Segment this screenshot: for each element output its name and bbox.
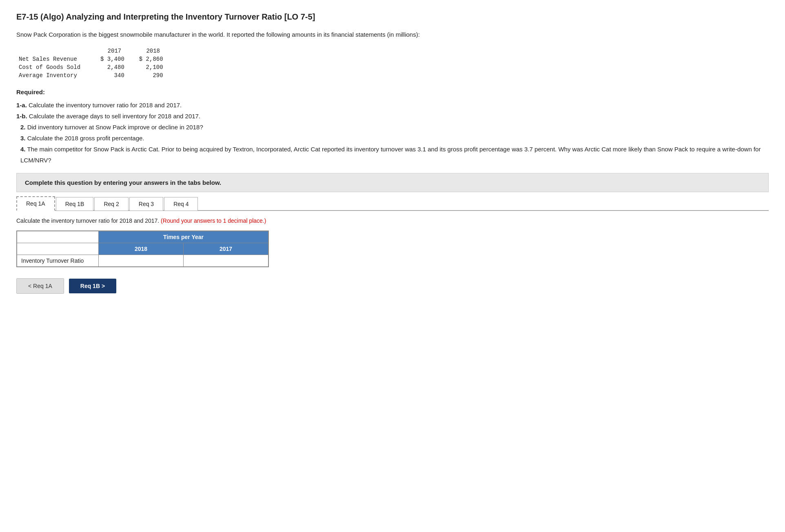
tab-req3[interactable]: Req 3 — [129, 197, 163, 211]
instruction-plain: Calculate the inventory turnover ratio f… — [16, 217, 161, 224]
tab-req3-label: Req 3 — [139, 201, 154, 207]
page-title: E7-15 (Algo) Analyzing and Interpreting … — [16, 12, 769, 22]
answer-row-label: Inventory Turnover Ratio — [17, 255, 99, 267]
row-net-sales-2017: $ 3,400 — [98, 55, 137, 63]
req-1b-text: Calculate the average days to sell inven… — [27, 113, 200, 120]
req-item-1b: 1-b. Calculate the average days to sell … — [16, 111, 769, 122]
answer-input-2018-cell[interactable] — [99, 255, 184, 267]
tab-req4-label: Req 4 — [173, 201, 188, 207]
row-net-sales-label: Net Sales Revenue — [16, 55, 98, 63]
row-cogs-2018: 2,100 — [137, 63, 175, 71]
req-2-bold: 2. — [20, 124, 26, 131]
answer-input-2017[interactable] — [190, 257, 262, 264]
req-item-2: 2. Did inventory turnover at Snow Pack i… — [20, 122, 769, 133]
tab-req1a-label: Req 1A — [26, 200, 45, 207]
req-item-1a: 1-a. Calculate the inventory turnover ra… — [16, 100, 769, 111]
req-4-bold: 4. — [20, 146, 26, 153]
req-2-text: Did inventory turnover at Snow Pack impr… — [26, 124, 203, 131]
financial-table: 2017 2018 Net Sales Revenue $ 3,400 $ 2,… — [16, 47, 175, 80]
answer-year-2017: 2017 — [184, 243, 268, 255]
col-header-2018: 2018 — [137, 47, 175, 55]
prev-button[interactable]: < Req 1A — [16, 278, 64, 294]
req-3-bold: 3. — [20, 135, 26, 142]
answer-year-2018: 2018 — [99, 243, 184, 255]
req-item-4: 4. The main competitor for Snow Pack is … — [20, 144, 769, 166]
tab-req2-label: Req 2 — [104, 201, 119, 207]
next-button-label: Req 1B > — [80, 283, 105, 289]
answer-table-label-header — [17, 243, 99, 255]
col-label-empty — [16, 47, 98, 55]
required-section: Required: 1-a. Calculate the inventory t… — [16, 89, 769, 166]
tabs-container: Req 1A Req 1B Req 2 Req 3 Req 4 — [16, 195, 769, 211]
answer-group-header: Times per Year — [99, 231, 268, 243]
answer-table: Times per Year 2018 2017 Inventory Turno… — [17, 231, 268, 267]
req-1a-bold: 1-a. — [16, 102, 27, 109]
req-item-3: 3. Calculate the 2018 gross profit perce… — [20, 133, 769, 144]
intro-text: Snow Pack Corporation is the biggest sno… — [16, 30, 769, 40]
req-1b-bold: 1-b. — [16, 113, 27, 120]
answer-input-2018[interactable] — [105, 257, 177, 264]
instruction-red: (Round your answers to 1 decimal place.) — [161, 217, 266, 224]
row-avg-inv-label: Average Inventory — [16, 71, 98, 80]
tab-req4[interactable]: Req 4 — [164, 197, 198, 211]
row-avg-inv-2017: 340 — [98, 71, 137, 80]
bottom-nav: < Req 1A Req 1B > — [16, 278, 769, 294]
tab-req1b-label: Req 1B — [65, 201, 84, 207]
tab-req1b[interactable]: Req 1B — [56, 197, 94, 211]
complete-banner: Complete this question by entering your … — [16, 173, 769, 192]
required-label: Required: — [16, 89, 769, 95]
req-3-text: Calculate the 2018 gross profit percenta… — [26, 135, 144, 142]
answer-table-wrapper: Times per Year 2018 2017 Inventory Turno… — [16, 231, 269, 267]
tab-instruction: Calculate the inventory turnover ratio f… — [16, 217, 769, 224]
req-1a-text: Calculate the inventory turnover ratio f… — [27, 102, 182, 109]
row-avg-inv-2018: 290 — [137, 71, 175, 80]
complete-banner-text: Complete this question by entering your … — [25, 179, 221, 186]
col-header-2017: 2017 — [98, 47, 137, 55]
answer-table-corner — [17, 231, 99, 243]
row-cogs-label: Cost of Goods Sold — [16, 63, 98, 71]
row-cogs-2017: 2,480 — [98, 63, 137, 71]
next-button[interactable]: Req 1B > — [69, 279, 116, 293]
tab-content-req1a: Calculate the inventory turnover ratio f… — [16, 211, 769, 294]
req-4-text: The main competitor for Snow Pack is Arc… — [20, 146, 761, 164]
row-net-sales-2018: $ 2,860 — [137, 55, 175, 63]
tab-req1a[interactable]: Req 1A — [16, 196, 55, 211]
required-items: 1-a. Calculate the inventory turnover ra… — [16, 100, 769, 166]
answer-input-2017-cell[interactable] — [184, 255, 268, 267]
prev-button-label: < Req 1A — [28, 283, 52, 289]
tab-req2[interactable]: Req 2 — [94, 197, 128, 211]
